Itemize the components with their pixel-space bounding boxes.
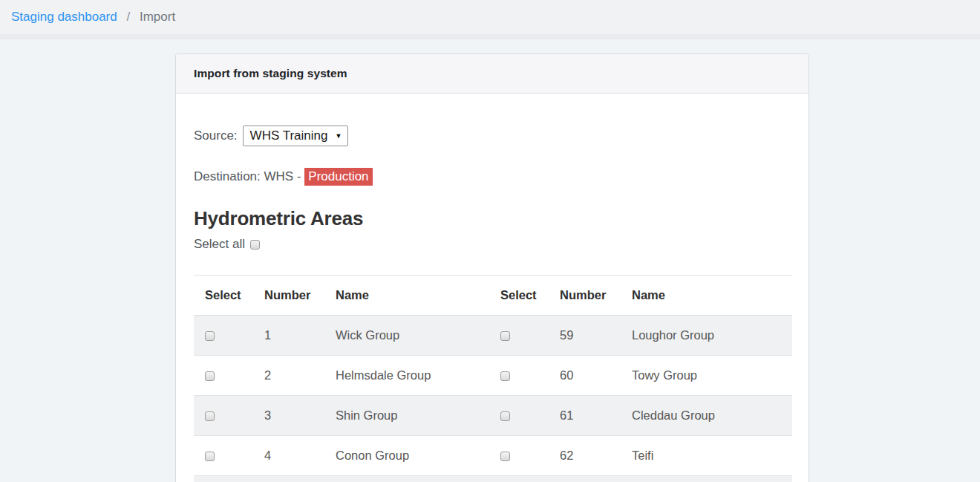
source-select[interactable]: WHS Training ▼ <box>243 126 349 146</box>
destination-row: Destination: WHS - Production <box>194 169 791 184</box>
area-name: Teifi <box>621 436 792 476</box>
header-select-right: Select <box>489 276 549 316</box>
row-checkbox-area-4[interactable] <box>205 452 215 461</box>
table-header-row: Select Number Name Select Number Name <box>194 276 792 316</box>
area-number: 2 <box>253 356 324 396</box>
breadcrumb-bar: Staging dashboard / Import <box>0 0 980 34</box>
area-number: 59 <box>549 316 621 356</box>
table-row: 2 Helmsdale Group 60 Towy Group <box>194 356 792 396</box>
table-row: 3 Shin Group 61 Cleddau Group <box>194 396 792 436</box>
area-name: Cleddau Group <box>621 396 792 436</box>
area-name: Helmsdale Group <box>324 356 489 396</box>
breadcrumb: Staging dashboard / Import <box>11 10 175 25</box>
area-name: Wick Group <box>324 316 489 356</box>
select-all-checkbox[interactable] <box>250 240 260 250</box>
card-title: Import from staging system <box>194 67 791 80</box>
table-row-partial <box>194 476 792 482</box>
source-label: Source: <box>194 128 238 143</box>
breadcrumb-link-staging-dashboard[interactable]: Staging dashboard <box>11 10 117 24</box>
destination-label: Destination: <box>194 169 261 183</box>
chevron-down-icon: ▼ <box>335 133 342 140</box>
area-number: 1 <box>253 316 324 356</box>
card-body: Source: WHS Training ▼ Destination: WHS … <box>176 94 808 482</box>
area-name: Shin Group <box>324 396 489 436</box>
source-row: Source: WHS Training ▼ <box>194 126 791 146</box>
table-row: 4 Conon Group 62 Teifi <box>194 436 792 476</box>
source-select-value: WHS Training <box>250 128 328 143</box>
area-number: 61 <box>549 396 621 436</box>
row-checkbox-area-59[interactable] <box>500 331 510 341</box>
row-checkbox-area-60[interactable] <box>500 371 510 381</box>
header-name-left: Name <box>324 276 489 316</box>
select-all-row: Select all <box>194 237 791 252</box>
breadcrumb-separator: / <box>126 10 130 24</box>
header-number-left: Number <box>253 276 324 316</box>
row-checkbox-area-62[interactable] <box>500 452 510 461</box>
select-all-label: Select all <box>194 237 245 252</box>
import-card: Import from staging system Source: WHS T… <box>175 53 809 482</box>
destination-text: Destination: WHS - Production <box>194 168 373 186</box>
area-number: 60 <box>549 356 621 396</box>
table-row: 1 Wick Group 59 Loughor Group <box>194 316 792 356</box>
page: Import from staging system Source: WHS T… <box>0 53 980 482</box>
area-name: Towy Group <box>621 356 792 396</box>
breadcrumb-bar-shadow <box>0 34 980 39</box>
breadcrumb-current-import: Import <box>140 10 175 24</box>
area-number: 62 <box>549 436 621 476</box>
area-name: Loughor Group <box>621 316 792 356</box>
destination-prefix: WHS - <box>264 169 301 183</box>
section-title: Hydrometric Areas <box>194 207 791 230</box>
row-checkbox-area-61[interactable] <box>500 411 510 421</box>
area-number: 3 <box>253 396 324 436</box>
area-name: Conon Group <box>324 436 489 476</box>
hydrometric-areas-table: Select Number Name Select Number Name 1 … <box>194 275 792 482</box>
header-name-right: Name <box>621 276 792 316</box>
row-checkbox-area-3[interactable] <box>205 411 215 421</box>
header-number-right: Number <box>549 276 621 316</box>
area-number: 4 <box>253 436 324 476</box>
card-header: Import from staging system <box>176 54 808 94</box>
destination-environment-badge: Production <box>304 168 372 186</box>
header-select-left: Select <box>194 276 253 316</box>
row-checkbox-area-2[interactable] <box>205 371 215 381</box>
row-checkbox-area-1[interactable] <box>205 331 215 341</box>
